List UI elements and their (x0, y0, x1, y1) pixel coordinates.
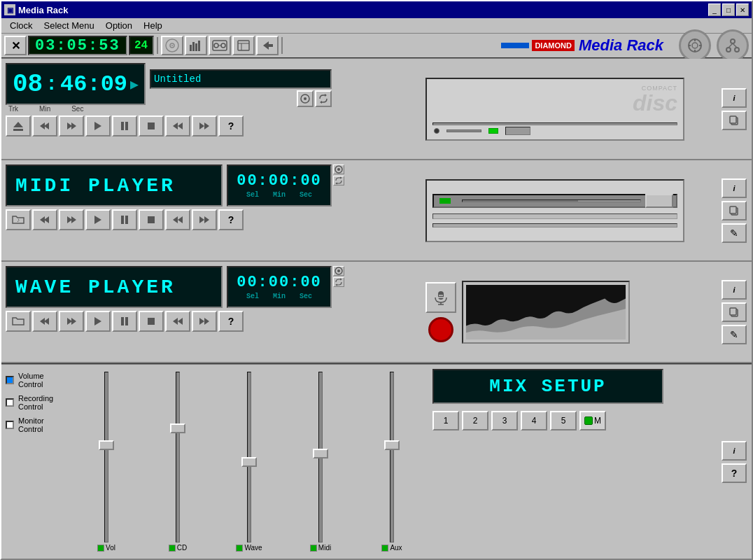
wave-help-button[interactable]: ? (218, 311, 244, 332)
cd-repeat-button[interactable] (315, 90, 332, 107)
cd-copy-button[interactable] (722, 111, 747, 130)
close-icon[interactable]: ✕ (4, 36, 27, 55)
midi-prev-button[interactable] (32, 209, 57, 230)
wave-folder-button[interactable] (6, 311, 31, 332)
wave-sec-label: Sec (300, 293, 312, 300)
midi-shuffle-button[interactable] (333, 164, 344, 174)
share-icon[interactable] (717, 29, 749, 62)
menu-select[interactable]: Select Menu (38, 19, 100, 32)
mixer-section: VolumeControl RecordingControl MonitorCo… (1, 363, 752, 559)
aux-fader-knob[interactable] (384, 440, 400, 450)
svg-rect-57 (125, 216, 128, 224)
midi-next-button[interactable] (59, 209, 84, 230)
mixer-info-button[interactable]: i (722, 441, 747, 461)
monitor-checkbox[interactable] (6, 421, 14, 429)
mix-btn-m[interactable]: M (579, 411, 606, 430)
cd-prev-button[interactable] (32, 115, 57, 136)
wave-shuffle-button[interactable] (333, 266, 344, 276)
cd-stop-button[interactable] (139, 115, 164, 136)
midi-pause-button[interactable] (112, 209, 137, 230)
cd-play-button[interactable] (85, 115, 111, 136)
svg-line-24 (729, 43, 733, 48)
midi-info-button[interactable]: i (722, 178, 747, 198)
cd-shuffle-button[interactable] (297, 90, 314, 107)
midi-copy-button[interactable] (722, 201, 747, 220)
floppy-fill (463, 200, 578, 202)
wave-repeat-button[interactable] (333, 277, 344, 287)
maximize-button[interactable]: □ (722, 4, 735, 16)
vol-fader-channel: Vol (74, 372, 139, 552)
midi-min-label: Min (273, 191, 286, 199)
arrow-toolbar-button[interactable] (256, 36, 279, 55)
wave-prev-button[interactable] (32, 311, 57, 332)
midi-fader-knob[interactable] (313, 449, 328, 458)
settings-toolbar-button[interactable] (232, 36, 255, 55)
midi-play-button[interactable] (85, 209, 111, 230)
vol-fader-rail (104, 372, 108, 542)
recording-checkbox[interactable] (6, 398, 14, 407)
wave-info-button[interactable]: i (722, 280, 747, 300)
svg-rect-3 (190, 45, 192, 51)
scan-icon[interactable] (679, 29, 711, 62)
cd-help-button[interactable]: ? (218, 115, 244, 136)
aux-fader-channel: Aux (360, 372, 424, 552)
midi-stop-button[interactable] (139, 209, 164, 230)
svg-marker-53 (71, 216, 76, 223)
midi-help-button[interactable]: ? (218, 209, 244, 230)
midi-edit-button[interactable]: ✎ (722, 223, 747, 243)
wave-rewind-button[interactable] (165, 311, 190, 332)
svg-point-66 (337, 270, 340, 272)
cd-fastfwd-button[interactable] (192, 115, 217, 136)
midi-folder-button[interactable]: ♪ (6, 209, 31, 230)
wave-stop-button[interactable] (139, 311, 164, 332)
menu-option[interactable]: Option (100, 19, 138, 32)
vol-fader-knob[interactable] (99, 440, 114, 450)
volume-checkbox[interactable] (6, 376, 14, 384)
mixer-help-button[interactable]: ? (722, 463, 747, 483)
mix-btn-4[interactable]: 4 (521, 411, 547, 430)
tape-toolbar-button[interactable] (209, 36, 231, 55)
svg-marker-41 (178, 122, 183, 130)
cd-pause-button[interactable] (112, 115, 137, 136)
aux-check-icon (381, 545, 388, 552)
minimize-button[interactable]: _ (708, 4, 721, 16)
floppy-eject-btn[interactable] (645, 194, 673, 208)
midi-player-left: MIDI PLAYER 00:00:00 Sel Min Sec (1, 160, 421, 260)
wave-fastfwd-button[interactable] (192, 311, 217, 332)
chart-toolbar-button[interactable] (185, 36, 207, 55)
wave-mic-button[interactable] (425, 282, 456, 313)
logo-area: DIAMOND Media Rack (501, 36, 663, 55)
cd-info-button[interactable]: i (722, 88, 747, 108)
menu-help[interactable]: Help (138, 19, 168, 32)
wave-player-right (421, 262, 717, 362)
cd-indicator-dot (434, 128, 439, 134)
wave-inner-display (466, 285, 626, 340)
cd-eject-button[interactable] (6, 115, 31, 136)
wave-fader-knob[interactable] (241, 457, 257, 467)
cd-rewind-button[interactable] (165, 115, 190, 136)
cd-display-row: 08 : 46:09 ▶ Trk Min Sec (6, 63, 417, 113)
aux-fader-label: Aux (381, 544, 402, 552)
midi-fastfwd-button[interactable] (192, 209, 217, 230)
wave-copy-button[interactable] (722, 302, 747, 322)
mix-btn-1[interactable]: 1 (432, 411, 459, 430)
wave-next-button[interactable] (59, 311, 84, 332)
midi-repeat-button[interactable] (333, 176, 344, 186)
close-button[interactable]: ✕ (736, 4, 749, 16)
cd-next-button[interactable] (59, 115, 84, 136)
wave-pause-button[interactable] (112, 311, 137, 332)
cd-fader-knob[interactable] (170, 424, 185, 433)
mix-btn-2[interactable]: 2 (462, 411, 488, 430)
mix-btn-3[interactable]: 3 (491, 411, 518, 430)
cd-title-field[interactable]: Untitled (150, 69, 332, 89)
window-controls: _ □ ✕ (708, 4, 749, 16)
wave-play-button[interactable] (85, 311, 111, 332)
menu-clock[interactable]: Clock (4, 19, 38, 32)
mix-btn-5[interactable]: 5 (550, 411, 577, 430)
cd-time-value: 46:09 (60, 71, 127, 97)
wave-record-button[interactable] (428, 317, 453, 342)
wave-edit-button[interactable]: ✎ (722, 325, 747, 344)
midi-rewind-button[interactable] (165, 209, 190, 230)
cd-toolbar-button[interactable] (161, 36, 183, 55)
cd-transport: ? (6, 115, 417, 136)
